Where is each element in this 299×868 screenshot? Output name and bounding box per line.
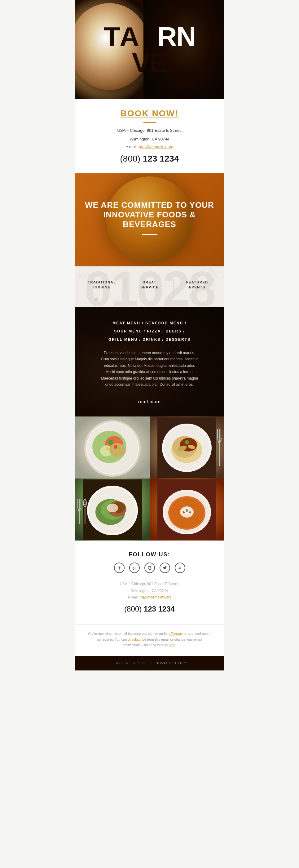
svg-point-17 (114, 445, 118, 449)
facebook-icon[interactable] (114, 562, 125, 573)
notice-text-before: You're receiving this email because you … (88, 632, 169, 636)
notice-section: You're receiving this email because you … (75, 624, 224, 656)
menu-description: Praesent vestibulum aenean nonummy endre… (100, 350, 199, 388)
menu-line2: SOUP MENU / PIZZA / BEERS / (85, 327, 215, 335)
book-phone: (800) 123 1234 (81, 154, 218, 164)
hero-letter-A: A (120, 24, 139, 50)
follow-email: e-mail: mail@demolink.org (81, 594, 218, 601)
footer-separator: | (151, 661, 152, 665)
svg-rect-5 (80, 499, 81, 507)
footer-links: TAVERN © 2015 | PRIVACY POLICY (81, 661, 219, 665)
social-icons-row: g+ (81, 562, 218, 573)
follow-email-label: e-mail: (127, 595, 138, 599)
svg-point-46 (178, 568, 179, 569)
menu-links: MEAT MENU / SEAFOOD MENU / SOUP MENU / P… (85, 319, 215, 344)
stats-item-events: FEATUREDEVENTS (173, 280, 221, 290)
notice-link-tavern[interactable]: «Tavern» (169, 632, 183, 636)
follow-section: FOLLOW US: g+ (75, 540, 224, 624)
commitment-overlay: WE ARE COMMITTED TO YOUR INNOVATIVE FOOD… (75, 173, 224, 267)
svg-point-25 (185, 440, 189, 444)
svg-rect-1 (217, 429, 218, 438)
gallery-item-soup (150, 478, 224, 540)
book-address-line2: Wilmington, CA 90744 (81, 135, 218, 143)
notice-text-end: . (175, 643, 176, 647)
stats-item-service: GREATSERVICE (126, 280, 173, 290)
bottom-footer: TAVERN © 2015 | PRIVACY POLICY (75, 656, 224, 671)
notice-link-unsubscribe[interactable]: unsubscribe (128, 638, 146, 641)
svg-rect-4 (77, 499, 78, 507)
svg-point-16 (108, 440, 113, 445)
stats-label-traditional: TRADITIONALCUISINE (78, 280, 126, 290)
hero-letter-T: T (103, 24, 120, 50)
gallery-section (75, 416, 224, 540)
book-title: BOOK NOW! (81, 108, 218, 119)
book-divider (143, 122, 156, 123)
svg-point-35 (107, 504, 118, 512)
commitment-section: WE ARE COMMITTED TO YOUR INNOVATIVE FOOD… (75, 173, 224, 267)
gallery-item-plate-salad (75, 416, 150, 478)
follow-address-line1: USA – Chicago, 901 Easte E Street, (81, 581, 218, 588)
read-more-button[interactable]: read more (85, 399, 215, 404)
email-label: e-mail: (126, 145, 138, 149)
email-link[interactable]: mail@demolink.org (139, 145, 173, 149)
book-section: BOOK NOW! USA – Chicago, 901 Easte E Str… (75, 99, 224, 173)
gplus-label: g+ (133, 566, 136, 570)
hero-letter-V: V (132, 50, 150, 76)
phone-number: 123 1234 (143, 154, 179, 163)
svg-point-43 (186, 509, 188, 512)
hero-section: T A R N V E (75, 0, 224, 99)
fork-right-icon (216, 429, 223, 470)
twitter-icon[interactable] (160, 562, 170, 573)
svg-point-15 (109, 443, 125, 457)
hero-letter-E: E (150, 50, 167, 76)
hero-letter-R: R (157, 24, 177, 50)
stats-item-traditional: TRADITIONALCUISINE (78, 280, 126, 290)
phone-prefix: (800) (120, 154, 140, 163)
commitment-divider (142, 234, 157, 235)
rss-icon[interactable] (175, 562, 185, 573)
menu-line3: GRILL MENU / DRINKS / DESSERTS (85, 336, 215, 344)
commitment-headline: WE ARE COMMITTED TO YOUR INNOVATIVE FOOD… (81, 200, 218, 229)
svg-rect-6 (85, 499, 86, 524)
follow-email-link[interactable]: mail@demolink.org (140, 595, 172, 599)
stats-label-service: GREATSERVICE (126, 280, 173, 290)
book-address-line1: USA – Chicago, 901 Easte E Street, (81, 127, 218, 134)
menu-line1: MEAT MENU / SEAFOOD MENU / (85, 319, 215, 327)
svg-rect-0 (219, 429, 220, 466)
stats-section: 🍽 🥄 🍷 01028 TRADITIONALCUISINE GREATSERV… (75, 267, 224, 307)
svg-rect-7 (84, 504, 86, 504)
follow-phone-prefix: (800) (124, 605, 142, 613)
book-email: e-mail: mail@demolink.org (81, 145, 218, 149)
hero-letters-row2: V E (132, 50, 167, 76)
privacy-policy-link[interactable]: PRIVACY POLICY (155, 661, 187, 665)
fork-left-icon (77, 499, 89, 528)
follow-phone: (800) 123 1234 (81, 605, 218, 613)
svg-rect-2 (221, 429, 221, 438)
follow-title: FOLLOW US: (81, 551, 218, 558)
gallery-item-pasta (150, 416, 224, 478)
hero-letters-row1: T A R N (103, 24, 195, 50)
svg-point-18 (106, 447, 109, 450)
footer-year: © 2015 (133, 661, 146, 665)
google-plus-icon[interactable]: g+ (129, 562, 140, 573)
stats-label-events: FEATUREDEVENTS (173, 280, 221, 290)
footer-brand: TAVERN (114, 661, 129, 665)
hero-letter-N: N (176, 24, 196, 50)
hero-title-overlay: T A R N V E (75, 0, 224, 99)
commitment-text: WE ARE COMMITTED TO YOUR INNOVATIVE FOOD… (75, 194, 224, 246)
menu-section: MEAT MENU / SEAFOOD MENU / SOUP MENU / P… (75, 307, 224, 417)
notice-text: You're receiving this email because you … (88, 631, 212, 648)
page-wrapper: T A R N V E BOOK NOW! USA – Chicago, 901… (75, 0, 224, 671)
pinterest-icon[interactable] (144, 562, 155, 573)
stats-items: TRADITIONALCUISINE GREATSERVICE FEATURED… (75, 273, 224, 298)
svg-point-45 (189, 512, 191, 513)
follow-address-line2: Wilmington, CA 90744 (81, 588, 218, 594)
gallery-grid (75, 416, 224, 540)
notice-link-here[interactable]: here (169, 643, 175, 647)
svg-point-44 (183, 512, 185, 513)
follow-phone-number: 123 1234 (144, 605, 175, 613)
